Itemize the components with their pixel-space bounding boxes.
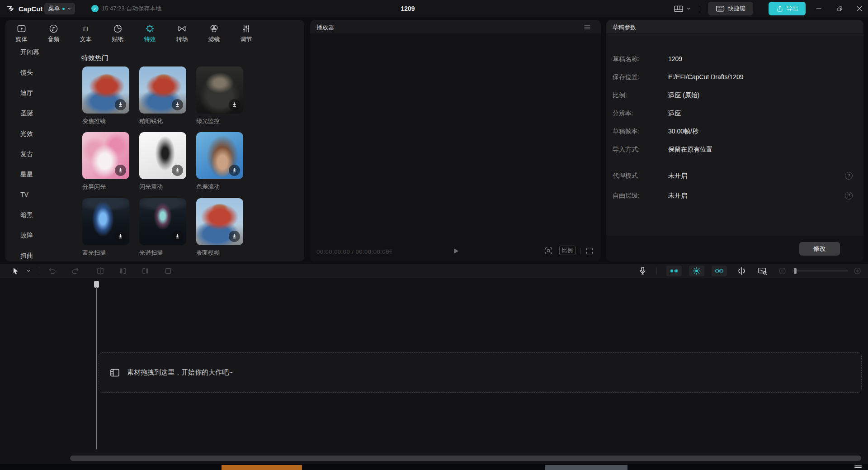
- preview-focus-icon[interactable]: [544, 247, 553, 255]
- category-item[interactable]: 复古: [20, 149, 33, 158]
- effect-card[interactable]: 精细锐化: [139, 66, 186, 125]
- tab-sticker[interactable]: 贴纸: [102, 20, 134, 45]
- category-item[interactable]: 暗黑: [20, 210, 33, 219]
- timeline-area: 素材拖拽到这里，开始你的大作吧~: [0, 278, 868, 464]
- redo-icon[interactable]: [71, 266, 80, 275]
- taskbar-gray-segment: [545, 465, 627, 470]
- download-icon[interactable]: [172, 99, 183, 110]
- effect-thumbnail[interactable]: [196, 132, 243, 179]
- minimize-button[interactable]: [811, 0, 826, 17]
- autosave-text: 15:47:23 自动保存本地: [102, 5, 161, 13]
- effect-thumbnail[interactable]: [196, 66, 243, 114]
- effect-card[interactable]: 蓝光扫描: [82, 198, 129, 257]
- effect-card[interactable]: 闪光震动: [139, 132, 186, 191]
- capcut-window: CapCut 菜单 15:47:23 自动保存本地 1209 快捷键: [0, 0, 868, 470]
- download-icon[interactable]: [115, 231, 126, 242]
- tab-text[interactable]: TI 文本: [70, 20, 102, 45]
- layout-chevron-icon[interactable]: [686, 0, 691, 17]
- tab-label: 转场: [176, 35, 188, 43]
- effect-thumbnail[interactable]: [139, 132, 186, 179]
- draft-field-label: 自由层级:: [613, 192, 640, 199]
- record-voiceover-icon[interactable]: [638, 266, 647, 276]
- playhead-handle[interactable]: [94, 281, 99, 288]
- tab-audio[interactable]: 音频: [38, 20, 70, 45]
- effect-card[interactable]: 变焦推镜: [82, 66, 129, 125]
- download-icon[interactable]: [172, 165, 183, 176]
- draft-panel-title: 草稿参数: [613, 24, 636, 32]
- help-icon[interactable]: [845, 172, 853, 180]
- horizontal-scrollbar[interactable]: [70, 456, 861, 461]
- timeline-zoom-slider-handle[interactable]: [794, 268, 797, 274]
- modify-button[interactable]: 修改: [799, 242, 840, 256]
- delete-right-icon[interactable]: [141, 266, 150, 275]
- effect-thumbnail[interactable]: [82, 66, 129, 114]
- category-item[interactable]: 故障: [20, 231, 33, 240]
- effect-card[interactable]: 表面模糊: [196, 198, 243, 257]
- play-button[interactable]: [452, 247, 460, 255]
- restore-button[interactable]: [832, 0, 847, 17]
- effect-card[interactable]: 绿光监控: [196, 66, 243, 125]
- effect-thumbnail[interactable]: [82, 132, 129, 179]
- aspect-ratio-button[interactable]: 比例: [559, 246, 576, 255]
- category-item[interactable]: 扭曲: [20, 251, 33, 260]
- delete-left-icon[interactable]: [118, 266, 127, 275]
- autosave-check-icon: [91, 5, 99, 12]
- close-button[interactable]: [852, 0, 867, 17]
- auto-snap-toggle-icon[interactable]: [666, 266, 682, 276]
- zoom-in-icon[interactable]: [854, 267, 861, 275]
- tab-media[interactable]: 媒体: [5, 20, 38, 45]
- effect-thumbnail[interactable]: [139, 198, 186, 245]
- help-icon[interactable]: [845, 192, 853, 199]
- download-icon[interactable]: [229, 231, 240, 242]
- keyboard-icon: [716, 5, 725, 12]
- category-item[interactable]: 开闭幕: [20, 47, 39, 57]
- category-item[interactable]: 星星: [20, 170, 33, 179]
- category-item[interactable]: 圣诞: [20, 109, 33, 118]
- effect-card[interactable]: 色差流动: [196, 132, 243, 191]
- draft-field-row: 比例: 适应 (原始): [613, 90, 857, 100]
- effect-thumbnail[interactable]: [139, 66, 186, 114]
- timeline-zoom-fit-icon[interactable]: [758, 266, 768, 275]
- hamburger-menu-icon[interactable]: [584, 24, 591, 30]
- download-icon[interactable]: [229, 165, 240, 176]
- effect-card[interactable]: 分屏闪光: [82, 132, 129, 191]
- undo-icon[interactable]: [48, 266, 57, 275]
- freeze-frame-icon[interactable]: [164, 266, 173, 275]
- tab-filter[interactable]: 滤镜: [198, 20, 230, 45]
- download-icon[interactable]: [115, 165, 126, 176]
- category-item[interactable]: 镜头: [20, 68, 33, 77]
- media-drop-zone[interactable]: 素材拖拽到这里，开始你的大作吧~: [99, 352, 862, 393]
- effect-card[interactable]: 光谱扫描: [139, 198, 186, 257]
- effect-thumbnail[interactable]: [82, 198, 129, 245]
- toolbar-separator: [656, 267, 657, 275]
- fullscreen-icon[interactable]: [585, 247, 594, 255]
- project-title: 1209: [380, 0, 436, 17]
- effect-thumbnail[interactable]: [196, 198, 243, 245]
- tab-label: 文本: [80, 35, 92, 43]
- draft-field-label: 比例:: [613, 91, 627, 99]
- link-toggle-icon[interactable]: [712, 266, 727, 276]
- preview-axis-toggle-icon[interactable]: [689, 266, 704, 276]
- asset-tab-bar: 媒体 音频 TI 文本 贴纸: [5, 20, 304, 45]
- category-item[interactable]: 光效: [20, 129, 33, 138]
- export-button[interactable]: 导出: [769, 2, 806, 15]
- menu-button[interactable]: 菜单: [44, 3, 75, 14]
- tab-adjust[interactable]: 调节: [230, 20, 262, 45]
- category-item[interactable]: 迪厅: [20, 88, 33, 97]
- frame-list-icon[interactable]: [384, 248, 393, 255]
- download-icon[interactable]: [172, 231, 183, 242]
- cursor-chevron-icon[interactable]: [26, 269, 31, 273]
- split-preview-icon[interactable]: [737, 266, 746, 276]
- zoom-out-icon[interactable]: [778, 267, 786, 275]
- layout-switch-icon[interactable]: [674, 0, 684, 17]
- tab-transition[interactable]: 转场: [166, 20, 198, 45]
- timeline-zoom-slider[interactable]: [792, 271, 848, 271]
- tab-effects[interactable]: 特效: [134, 20, 166, 45]
- shortcuts-button[interactable]: 快捷键: [708, 2, 753, 15]
- download-icon[interactable]: [115, 99, 126, 110]
- draft-field-label: 草稿帧率:: [613, 128, 640, 135]
- split-clip-icon[interactable]: [96, 266, 105, 275]
- download-icon[interactable]: [229, 99, 240, 110]
- category-item[interactable]: TV: [20, 190, 28, 199]
- select-cursor-icon[interactable]: [12, 267, 19, 275]
